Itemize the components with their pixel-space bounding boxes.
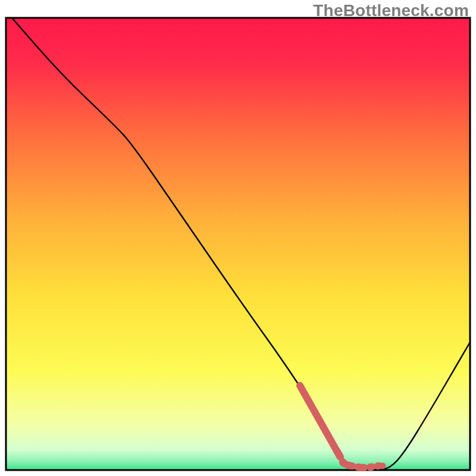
watermark-text: TheBottleneck.com <box>313 1 469 20</box>
highlight-trough-dash <box>371 466 379 467</box>
plot-background <box>6 18 470 470</box>
chart-container: TheBottleneck.com <box>0 0 476 476</box>
highlight-terminal-dot <box>380 463 386 469</box>
bottleneck-chart <box>0 0 476 476</box>
